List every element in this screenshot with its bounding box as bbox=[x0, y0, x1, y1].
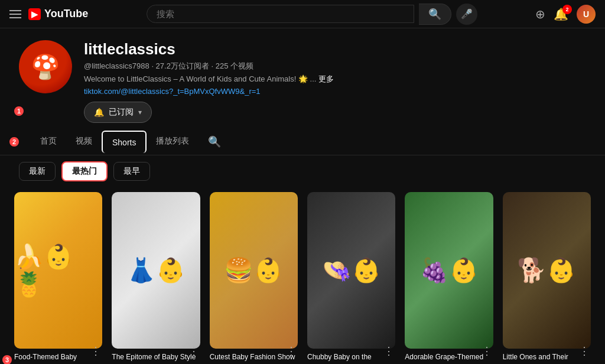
channel-separator: · bbox=[151, 61, 155, 70]
video-thumbnail-1: 🍌👶🍍 bbox=[14, 192, 102, 349]
notification-badge: 2 bbox=[562, 5, 572, 14]
video-title-4: Chubby Baby on the Runway! ... bbox=[307, 352, 395, 364]
thumb-emoji-3: 🍔👶 bbox=[210, 192, 298, 349]
card-menu-5[interactable]: ⋮ bbox=[482, 344, 492, 358]
channel-avatar-image: 🍄 bbox=[19, 40, 72, 93]
thumb-emoji-4: 👒👶 bbox=[307, 192, 395, 349]
youtube-logo: ▶ YouTube bbox=[28, 8, 88, 20]
thumb-emoji-6: 🐕👶 bbox=[503, 192, 591, 349]
subscribe-label: 已订阅 bbox=[109, 107, 134, 118]
video-card-6[interactable]: 🐕👶 Little Ones and Their Animal Friends … bbox=[498, 192, 596, 364]
channel-video-count: 225 个视频 bbox=[216, 61, 253, 70]
subscribe-chevron-icon: ▾ bbox=[138, 108, 142, 116]
channel-meta: @littleclassics7988 · 27.2万位订阅者 · 225 个视… bbox=[84, 61, 586, 72]
yt-wordmark: YouTube bbox=[44, 8, 88, 20]
user-avatar[interactable]: U bbox=[577, 5, 596, 24]
filter-popular[interactable]: 最热门 bbox=[61, 161, 108, 181]
channel-name: littleclassics bbox=[84, 40, 586, 58]
video-grid: 3 🍌👶🍍 Food-Themed Baby Fashion Show ... … bbox=[0, 187, 605, 364]
yt-icon: ▶ bbox=[28, 8, 41, 20]
description-more[interactable]: 更多 bbox=[318, 74, 334, 83]
channel-handle: @littleclassics7988 bbox=[84, 61, 149, 70]
tab-videos[interactable]: 视频 bbox=[66, 129, 102, 155]
thumb-emoji-2: 👗👶 bbox=[112, 192, 200, 349]
video-card-1[interactable]: 🍌👶🍍 Food-Themed Baby Fashion Show ... 10… bbox=[9, 192, 107, 364]
video-title-1: Food-Themed Baby Fashion Show ... bbox=[14, 352, 102, 364]
filter-latest[interactable]: 最新 bbox=[19, 162, 56, 181]
video-card-2[interactable]: 👗👶 The Epitome of Baby Style on the Runw… bbox=[107, 192, 204, 364]
top-nav: ▶ YouTube 🔍 🎤 ⊕ 🔔 2 U bbox=[0, 0, 605, 28]
tab-home[interactable]: 首页 bbox=[31, 129, 66, 155]
channel-tabs: 2 首页 视频 Shorts 播放列表 🔍 bbox=[0, 129, 605, 155]
channel-subscribers: 27.2万位订阅者 bbox=[156, 61, 209, 70]
card-menu-2[interactable]: ⋮ bbox=[188, 344, 199, 358]
annotation-badge-3: 3 bbox=[1, 354, 13, 364]
video-title-3: Cutest Baby Fashion Show Featuring Food-… bbox=[210, 352, 298, 364]
video-title-5: Adorable Grape-Themed Baby Runway ... bbox=[405, 352, 493, 364]
video-thumbnail-2: 👗👶 bbox=[112, 192, 200, 349]
channel-tiktok-link[interactable]: tiktok.com/@littleclassics?_t=BpMVxQfvWW… bbox=[84, 87, 586, 96]
search-bar bbox=[147, 5, 414, 23]
nav-right: ⊕ 🔔 2 U bbox=[535, 5, 596, 24]
thumb-emoji-1: 🍌👶🍍 bbox=[14, 192, 102, 349]
tab-playlist[interactable]: 播放列表 bbox=[147, 129, 199, 155]
annotation-badge-2: 2 bbox=[8, 136, 20, 148]
channel-avatar: 🍄 bbox=[19, 40, 72, 93]
channel-header: 🍄 1 littleclassics @littleclassics7988 ·… bbox=[0, 28, 605, 129]
video-card-5[interactable]: 🍇👶 Adorable Grape-Themed Baby Runway ...… bbox=[400, 192, 497, 364]
thumb-emoji-5: 🍇👶 bbox=[405, 192, 493, 349]
subscribe-bell-icon: 🔔 bbox=[94, 108, 104, 117]
notifications-button[interactable]: 🔔 2 bbox=[554, 7, 568, 21]
card-menu-3[interactable]: ⋮ bbox=[286, 344, 297, 358]
video-thumbnail-3: 🍔👶 bbox=[210, 192, 298, 349]
video-title-2: The Epitome of Baby Style on the Runway … bbox=[112, 352, 200, 364]
filter-oldest[interactable]: 最早 bbox=[113, 162, 150, 181]
tab-shorts[interactable]: Shorts bbox=[102, 131, 147, 153]
card-menu-1[interactable]: ⋮ bbox=[90, 344, 101, 358]
card-menu-6[interactable]: ⋮ bbox=[579, 344, 590, 358]
channel-info: littleclassics @littleclassics7988 · 27.… bbox=[84, 40, 586, 123]
channel-description: Welcome to LittleClassics – A World of K… bbox=[84, 74, 586, 84]
search-button[interactable]: 🔍 bbox=[419, 4, 451, 25]
nav-center: 🔍 🎤 bbox=[147, 4, 477, 25]
filter-bar: 最新 最热门 最早 bbox=[0, 155, 605, 187]
video-thumbnail-4: 👒👶 bbox=[307, 192, 395, 349]
subscribe-button[interactable]: 🔔 已订阅 ▾ bbox=[84, 102, 152, 123]
video-card-3[interactable]: 🍔👶 Cutest Baby Fashion Show Featuring Fo… bbox=[205, 192, 302, 364]
create-icon: ⊕ bbox=[535, 7, 545, 21]
create-button[interactable]: ⊕ bbox=[535, 7, 545, 21]
annotation-badge-1: 1 bbox=[13, 105, 25, 117]
nav-left: ▶ YouTube bbox=[9, 8, 88, 20]
mic-button[interactable]: 🎤 bbox=[456, 4, 477, 25]
video-title-6: Little Ones and Their Animal Friends on … bbox=[503, 352, 591, 364]
card-menu-4[interactable]: ⋮ bbox=[383, 344, 394, 358]
video-card-4[interactable]: 👒👶 Chubby Baby on the Runway! ... 537万次观… bbox=[302, 192, 400, 364]
hamburger-icon[interactable] bbox=[9, 10, 21, 18]
channel-separator2: · bbox=[212, 61, 216, 70]
tab-search-button[interactable]: 🔍 bbox=[203, 131, 226, 153]
video-thumbnail-5: 🍇👶 bbox=[405, 192, 493, 349]
search-input[interactable] bbox=[157, 9, 404, 19]
video-thumbnail-6: 🐕👶 bbox=[503, 192, 591, 349]
